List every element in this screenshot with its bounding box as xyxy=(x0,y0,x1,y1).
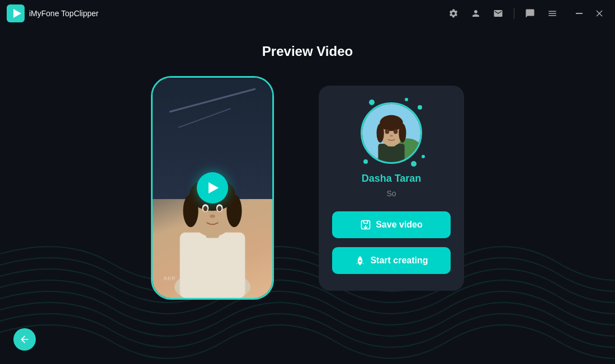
dot-bottom-right-2 xyxy=(422,155,425,158)
settings-icon[interactable] xyxy=(444,4,462,22)
svg-point-16 xyxy=(203,206,207,212)
app-logo: iMyFone TopClipper xyxy=(7,4,98,22)
start-creating-label: Start creating xyxy=(370,256,428,266)
info-card: Dasha Taran So Save video xyxy=(319,86,464,291)
svg-point-29 xyxy=(390,134,393,136)
account-icon[interactable] xyxy=(467,4,485,22)
dot-top-right-2 xyxy=(405,98,408,101)
avatar-container xyxy=(361,102,422,164)
close-button[interactable] xyxy=(590,4,608,22)
creator-name: Dasha Taran xyxy=(362,173,422,185)
svg-rect-21 xyxy=(378,143,404,163)
phone-mockup: BER xyxy=(151,76,274,300)
avatar xyxy=(361,102,422,164)
phone-text-overlay: BER xyxy=(164,276,176,281)
play-button[interactable] xyxy=(197,172,228,204)
avatar-image xyxy=(362,102,420,164)
svg-rect-2 xyxy=(576,13,583,14)
svg-point-27 xyxy=(385,129,390,134)
main-content: Preview Video xyxy=(0,27,615,364)
app-logo-icon xyxy=(7,4,25,22)
back-button[interactable] xyxy=(13,328,36,351)
dot-top-left xyxy=(369,100,375,105)
svg-point-18 xyxy=(210,215,215,218)
save-video-button[interactable]: Save video xyxy=(332,211,451,238)
minimize-button[interactable] xyxy=(570,4,588,22)
svg-point-17 xyxy=(217,206,222,212)
phone-frame: BER xyxy=(151,76,274,300)
chat-icon[interactable] xyxy=(521,4,539,22)
app-title: iMyFone TopClipper xyxy=(29,9,98,18)
back-arrow-icon xyxy=(19,334,30,345)
dot-top-right xyxy=(418,105,422,110)
dot-bottom-right xyxy=(411,161,417,167)
rocket-icon xyxy=(354,255,366,266)
separator xyxy=(514,8,514,19)
start-creating-button[interactable]: Start creating xyxy=(332,247,451,274)
svg-point-13 xyxy=(226,195,242,227)
save-video-label: Save video xyxy=(376,220,423,230)
svg-point-25 xyxy=(377,123,384,142)
titlebar: iMyFone TopClipper xyxy=(0,0,615,27)
mail-icon[interactable] xyxy=(489,4,507,22)
play-triangle-icon xyxy=(209,182,219,193)
content-area: BER xyxy=(151,76,464,300)
titlebar-actions xyxy=(444,4,608,22)
dot-bottom-left xyxy=(363,159,368,164)
phone-screen: BER xyxy=(153,78,272,298)
creator-subtitle: So xyxy=(386,189,396,198)
menu-icon[interactable] xyxy=(543,4,561,22)
window-controls xyxy=(570,4,608,22)
save-icon xyxy=(360,219,371,230)
svg-point-28 xyxy=(394,129,398,134)
page-title: Preview Video xyxy=(262,44,353,59)
svg-point-26 xyxy=(399,123,406,142)
svg-point-12 xyxy=(183,195,198,227)
